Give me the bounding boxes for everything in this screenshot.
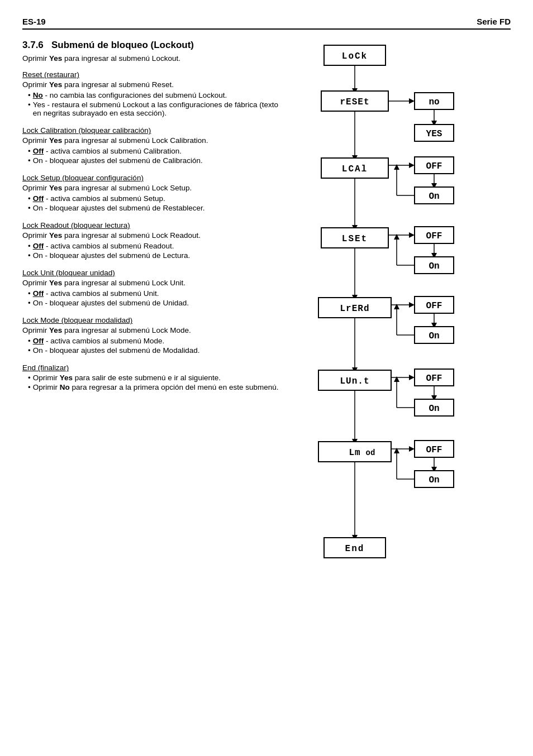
subsection-lread-intro: Oprimir Yes para ingresar al submenú Loc…: [22, 231, 279, 240]
list-item: On - bloquear ajustes del submenú de Lec…: [28, 251, 279, 260]
diagram-svg: LoCk rESEt no YES LCAl: [291, 40, 469, 626]
svg-text:On: On: [429, 192, 439, 202]
svg-text:On: On: [429, 475, 439, 485]
svg-text:od: od: [366, 448, 375, 457]
svg-text:OFF: OFF: [426, 161, 442, 171]
list-item: Off - activa cambios al submenú Calibrat…: [28, 147, 279, 155]
svg-text:LCAl: LCAl: [342, 164, 368, 174]
subsection-lcal: Lock Calibration (bloquear calibración) …: [22, 126, 279, 165]
svg-text:OFF: OFF: [426, 301, 442, 311]
series-name: Serie FD: [477, 17, 511, 26]
subsection-reset: Reset (restaurar) Oprimir Yes para ingre…: [22, 70, 279, 117]
svg-text:OFF: OFF: [426, 231, 442, 241]
svg-marker-80: [409, 446, 415, 452]
svg-text:On: On: [429, 261, 439, 271]
list-item: On - bloquear ajustes del submenú de Uni…: [28, 299, 279, 307]
subsection-lread: Lock Readout (bloquear lectura) Oprimir …: [22, 221, 279, 260]
page-number: ES-19: [22, 17, 46, 26]
list-item: On - bloquear ajustes del submenú de Res…: [28, 204, 279, 212]
svg-marker-19: [409, 162, 415, 168]
subsection-end: End (finalizar) Oprimir Yes para salir d…: [22, 363, 279, 391]
subsection-reset-intro: Oprimir Yes para ingresar al submenú Res…: [22, 80, 279, 89]
subsection-lunit-title: Lock Unit (bloquear unidad): [22, 269, 279, 277]
subsection-lread-bullets: Off - activa cambios al submenú Readout.…: [22, 242, 279, 260]
subsection-lcal-intro: Oprimir Yes para ingresar al submenú Loc…: [22, 136, 279, 145]
list-item: Off - activa cambios al submenú Readout.: [28, 242, 279, 250]
subsection-lmode: Lock Mode (bloquear modalidad) Oprimir Y…: [22, 316, 279, 355]
subsection-reset-title: Reset (restaurar): [22, 70, 279, 79]
svg-text:LUn.t: LUn.t: [340, 376, 369, 386]
list-item: Off - activa cambios al submenú Mode.: [28, 337, 279, 345]
svg-text:rESEt: rESEt: [340, 97, 369, 107]
list-item: Oprimir Yes para salir de este submenú e…: [28, 374, 279, 382]
svg-text:End: End: [345, 544, 365, 554]
list-item: Oprimir No para regresar a la primera op…: [28, 383, 279, 391]
svg-text:On: On: [429, 404, 439, 414]
subsection-lmode-title: Lock Mode (bloquear modalidad): [22, 316, 279, 324]
main-content: 3.7.6 Submenú de bloqueo (Lockout) Oprim…: [22, 40, 511, 654]
svg-text:LrERd: LrERd: [340, 304, 369, 314]
subsection-end-bullets: Oprimir Yes para salir de este submenú e…: [22, 374, 279, 391]
svg-marker-49: [409, 302, 415, 308]
list-item: Off - activa cambios al submenú Setup.: [28, 194, 279, 203]
subsection-end-title: End (finalizar): [22, 363, 279, 372]
subsection-lset-intro: Oprimir Yes para ingresar al submenú Loc…: [22, 184, 279, 192]
subsection-reset-bullets: No - no cambia las configuraciones del s…: [22, 91, 279, 117]
subsection-lcal-bullets: Off - activa cambios al submenú Calibrat…: [22, 147, 279, 165]
subsection-lunit: Lock Unit (bloquear unidad) Oprimir Yes …: [22, 269, 279, 307]
subsection-lset-bullets: Off - activa cambios al submenú Setup. O…: [22, 194, 279, 212]
svg-text:no: no: [429, 97, 439, 107]
svg-marker-7: [409, 98, 415, 104]
subsection-lcal-title: Lock Calibration (bloquear calibración): [22, 126, 279, 135]
svg-text:On: On: [429, 331, 439, 341]
list-item: No - no cambia las configuraciones del s…: [28, 91, 279, 99]
section-title: 3.7.6 Submenú de bloqueo (Lockout): [22, 40, 279, 51]
page-header: ES-19 Serie FD: [22, 17, 511, 30]
text-column: 3.7.6 Submenú de bloqueo (Lockout) Oprim…: [22, 40, 291, 654]
subsection-lset: Lock Setup (bloquear configuración) Opri…: [22, 174, 279, 212]
subsection-lset-title: Lock Setup (bloquear configuración): [22, 174, 279, 182]
subsection-lunit-bullets: Off - activa cambios al submenú Unit. On…: [22, 289, 279, 307]
list-item: On - bloquear ajustes del submenú de Cal…: [28, 156, 279, 165]
subsection-lmode-intro: Oprimir Yes para ingresar al submenú Loc…: [22, 326, 279, 334]
section-intro: Oprimir Yes para ingresar al submenú Loc…: [22, 54, 279, 63]
subsection-lread-title: Lock Readout (bloquear lectura): [22, 221, 279, 229]
svg-text:Lm: Lm: [349, 448, 360, 458]
diagram-column: LoCk rESEt no YES LCAl: [291, 40, 511, 654]
svg-text:OFF: OFF: [426, 445, 442, 455]
svg-text:YES: YES: [426, 129, 442, 139]
list-item: Off - activa cambios al submenú Unit.: [28, 289, 279, 298]
list-item: On - bloquear ajustes del submenú de Mod…: [28, 346, 279, 355]
svg-text:OFF: OFF: [426, 374, 442, 384]
svg-marker-64: [409, 375, 415, 380]
svg-text:LoCk: LoCk: [342, 51, 368, 61]
svg-text:LSEt: LSEt: [342, 234, 368, 244]
svg-marker-34: [409, 232, 415, 238]
list-item: Yes - restaura el submenú Lockout a las …: [28, 101, 279, 117]
subsection-lmode-bullets: Off - activa cambios al submenú Mode. On…: [22, 337, 279, 355]
subsection-lunit-intro: Oprimir Yes para ingresar al submenú Loc…: [22, 279, 279, 287]
